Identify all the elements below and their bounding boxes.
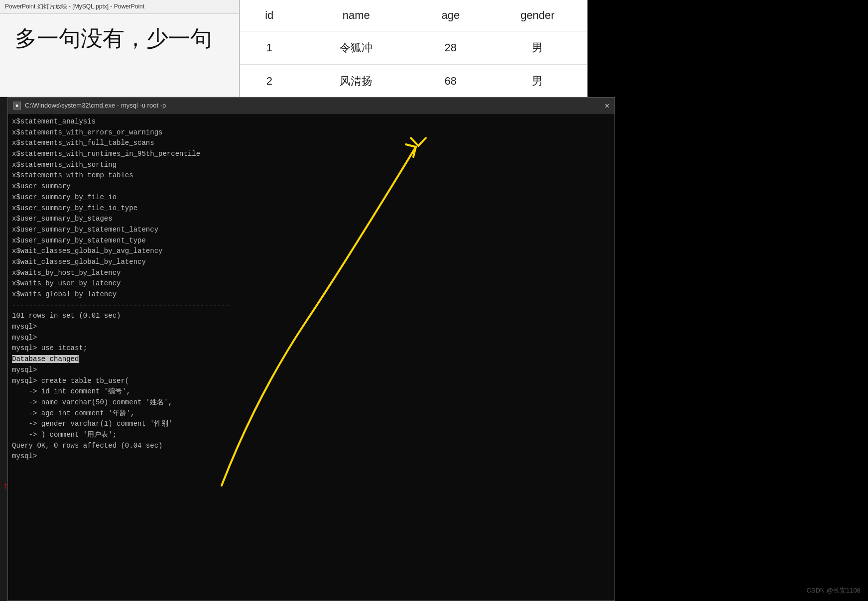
col-id: id <box>240 0 299 31</box>
cmd-line: x$wait_classes_global_by_avg_latency <box>12 246 611 257</box>
red-arrow-annotation: ↑ <box>2 481 8 492</box>
cmd-line: x$statements_with_full_table_scans <box>12 138 611 149</box>
table-cell: 2 <box>240 65 299 98</box>
table-row: 2风清扬68男 <box>240 65 587 98</box>
ppt-title-text: PowerPoint 幻灯片放映 - [MySQL.pptx] - PowerP… <box>5 2 144 11</box>
table-cell: 风清扬 <box>299 65 413 98</box>
cmd-titlebar: ■ C:\Windows\system32\cmd.exe - mysql -u… <box>8 98 615 114</box>
black-right-panel: CSDN @长安1108 <box>615 105 868 601</box>
table-cell: 1 <box>240 31 299 65</box>
table-header-row: id name age gender <box>240 0 587 31</box>
cmd-line: x$wait_classes_global_by_latency <box>12 257 611 268</box>
cmd-line: -> gender varchar(1) comment '性别' <box>12 419 611 430</box>
ppt-titlebar: PowerPoint 幻灯片放映 - [MySQL.pptx] - PowerP… <box>0 0 239 14</box>
cmd-line: x$user_summary_by_statement_latency <box>12 225 611 236</box>
table-cell: 令狐冲 <box>299 31 413 65</box>
cmd-title-left: ■ C:\Windows\system32\cmd.exe - mysql -u… <box>13 102 166 110</box>
cmd-line: -> age int comment '年龄', <box>12 408 611 419</box>
cmd-line: x$statements_with_sorting <box>12 160 611 171</box>
powerpoint-background: PowerPoint 幻灯片放映 - [MySQL.pptx] - PowerP… <box>0 0 239 97</box>
table-row: 1令狐冲28男 <box>240 31 587 65</box>
cmd-line: x$user_summary_by_statement_type <box>12 236 611 246</box>
cmd-line: mysql> use itcast; <box>12 343 611 354</box>
cmd-line: x$user_summary <box>12 181 611 192</box>
cmd-line: x$statements_with_errors_or_warnings <box>12 127 611 138</box>
cmd-line: x$waits_by_user_by_latency <box>12 278 611 289</box>
col-name: name <box>299 0 413 31</box>
cmd-line: x$statements_with_runtimes_in_95th_perce… <box>12 149 611 160</box>
highlighted-text: Database changed <box>12 355 79 363</box>
cmd-line: -> ) comment '用户表'; <box>12 430 611 441</box>
cmd-line: x$statements_with_temp_tables <box>12 170 611 181</box>
table-cell: 68 <box>413 65 488 98</box>
col-age: age <box>413 0 488 31</box>
cmd-line: -> name varchar(50) comment '姓名', <box>12 397 611 408</box>
cmd-line: -> id int comment '编号', <box>12 386 611 397</box>
ppt-slide-content: 多一句没有，少一句 <box>0 14 239 63</box>
cmd-line: Database changed <box>12 354 611 365</box>
cmd-line: x$user_summary_by_file_io <box>12 192 611 203</box>
table-cell: 男 <box>488 65 587 98</box>
cmd-body[interactable]: x$statement_analysisx$statements_with_er… <box>8 114 615 601</box>
cmd-line: mysql> <box>12 365 611 376</box>
cmd-line: mysql> <box>12 333 611 344</box>
cmd-line: x$waits_by_host_by_latency <box>12 268 611 279</box>
cmd-title-text: C:\Windows\system32\cmd.exe - mysql -u r… <box>25 102 166 109</box>
cmd-line: ----------------------------------------… <box>12 300 611 311</box>
cmd-line: mysql> create table tb_user( <box>12 376 611 387</box>
cmd-line: Query OK, 0 rows affected (0.04 sec) <box>12 441 611 452</box>
cmd-line: x$waits_global_by_latency <box>12 289 611 300</box>
cmd-line: mysql> <box>12 322 611 333</box>
cmd-line: mysql> <box>12 451 611 462</box>
watermark: CSDN @长安1108 <box>806 586 861 595</box>
table-cell: 男 <box>488 31 587 65</box>
cmd-line: x$statement_analysis <box>12 117 611 127</box>
cmd-window[interactable]: ■ C:\Windows\system32\cmd.exe - mysql -u… <box>7 97 615 601</box>
cmd-line: x$user_summary_by_file_io_type <box>12 203 611 214</box>
cmd-line: x$user_summary_by_stages <box>12 214 611 225</box>
cmd-close-button[interactable]: ✕ <box>605 101 610 111</box>
cmd-line: 101 rows in set (0.01 sec) <box>12 311 611 322</box>
col-gender: gender <box>488 0 587 31</box>
table-cell: 28 <box>413 31 488 65</box>
cmd-icon-label: ■ <box>15 103 18 108</box>
cmd-icon: ■ <box>13 102 21 110</box>
black-right-area <box>588 0 868 105</box>
